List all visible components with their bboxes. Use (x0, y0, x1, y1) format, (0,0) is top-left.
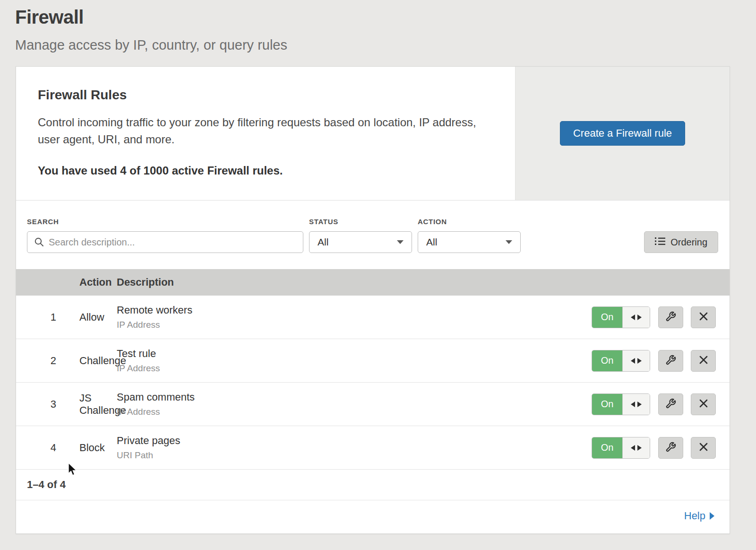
rule-enabled-toggle[interactable]: On (592, 350, 650, 372)
rule-priority: 1 (16, 311, 56, 323)
help-link[interactable]: Help (684, 510, 714, 522)
close-icon (699, 356, 708, 366)
chevron-right-icon (710, 512, 714, 520)
rule-match-type: IP Address (117, 407, 592, 417)
rule-action: Challenge (56, 355, 117, 367)
close-icon (699, 443, 708, 453)
status-selected-value: All (318, 236, 328, 248)
rule-description-cell: Remote workers IP Address (117, 304, 592, 330)
table-row: 3 JS Challenge Spam comments IP Address … (16, 383, 730, 426)
delete-rule-button[interactable] (691, 393, 716, 415)
edit-rule-button[interactable] (658, 350, 683, 372)
card-top-section: Firewall Rules Control incoming traffic … (16, 67, 730, 201)
help-row: Help (16, 500, 730, 533)
wrench-icon (665, 355, 676, 367)
rule-match-type: URI Path (117, 450, 592, 461)
search-box (27, 231, 303, 253)
toggle-on-label: On (592, 394, 622, 415)
create-firewall-rule-button[interactable]: Create a Firewall rule (560, 121, 685, 146)
wrench-icon (665, 311, 676, 323)
rule-description: Spam comments (117, 391, 592, 403)
chevron-down-icon (506, 240, 512, 244)
rule-action: Allow (56, 311, 117, 323)
left-right-arrows-icon (622, 437, 650, 458)
page-title: Firewall (15, 7, 756, 28)
status-label: STATUS (309, 218, 412, 226)
rule-priority: 4 (16, 442, 56, 454)
rule-priority: 2 (16, 355, 56, 367)
status-filter-group: STATUS All (309, 218, 412, 253)
rule-match-type: IP Address (117, 320, 592, 330)
page-subtitle: Manage access by IP, country, or query r… (15, 37, 756, 53)
rule-enabled-toggle[interactable]: On (592, 306, 650, 328)
rule-description: Remote workers (117, 304, 592, 316)
delete-rule-button[interactable] (691, 437, 716, 459)
table-row: 1 Allow Remote workers IP Address On (16, 296, 730, 339)
description-column-header: Description (117, 276, 730, 288)
ordering-button-label: Ordering (670, 237, 707, 248)
pagination-summary: 1–4 of 4 (16, 470, 730, 500)
wrench-icon (665, 398, 676, 410)
rule-action: JS Challenge (56, 392, 117, 417)
rule-match-type: IP Address (117, 363, 592, 374)
close-icon (699, 312, 708, 322)
action-label: ACTION (418, 218, 521, 226)
rules-usage-text: You have used 4 of 1000 active Firewall … (38, 164, 482, 177)
table-header: Action Description (16, 269, 730, 296)
action-selected-value: All (426, 236, 437, 248)
edit-rule-button[interactable] (658, 437, 683, 459)
action-filter-group: ACTION All (418, 218, 521, 253)
edit-rule-button[interactable] (658, 306, 683, 328)
rule-enabled-toggle[interactable]: On (592, 393, 650, 415)
rule-controls: On (592, 350, 716, 372)
ordering-button[interactable]: Ordering (644, 231, 718, 253)
rule-description: Private pages (117, 435, 592, 447)
delete-rule-button[interactable] (691, 350, 716, 372)
firewall-rules-card: Firewall Rules Control incoming traffic … (16, 66, 730, 534)
rule-controls: On (592, 306, 716, 328)
chevron-down-icon (397, 240, 404, 244)
rule-controls: On (592, 437, 716, 459)
create-rule-area: Create a Firewall rule (515, 67, 730, 200)
toggle-on-label: On (592, 437, 622, 458)
search-filter-group: SEARCH (27, 218, 303, 253)
rule-priority: 3 (16, 398, 56, 410)
help-link-label: Help (684, 510, 705, 522)
filters-bar: SEARCH STATUS All ACTION All (16, 201, 730, 269)
action-select[interactable]: All (418, 231, 521, 253)
wrench-icon (665, 442, 676, 454)
left-right-arrows-icon (622, 307, 650, 328)
edit-rule-button[interactable] (658, 393, 683, 415)
rule-action: Block (56, 442, 117, 454)
toggle-on-label: On (592, 307, 622, 328)
toggle-on-label: On (592, 350, 622, 371)
panel-title: Firewall Rules (38, 87, 482, 103)
rule-enabled-toggle[interactable]: On (592, 437, 650, 459)
left-right-arrows-icon (622, 350, 650, 371)
rule-description: Test rule (117, 348, 592, 360)
panel-description: Control incoming traffic to your zone by… (38, 114, 482, 148)
rules-intro: Firewall Rules Control incoming traffic … (16, 67, 515, 200)
rule-description-cell: Private pages URI Path (117, 435, 592, 461)
rule-description-cell: Spam comments IP Address (117, 391, 592, 417)
search-icon (34, 237, 44, 247)
ordered-list-icon (655, 237, 665, 248)
search-label: SEARCH (27, 218, 303, 226)
rule-controls: On (592, 393, 716, 415)
rule-description-cell: Test rule IP Address (117, 348, 592, 374)
table-row: 4 Block Private pages URI Path On (16, 426, 730, 470)
status-select[interactable]: All (309, 231, 412, 253)
search-input[interactable] (44, 237, 303, 248)
table-row: 2 Challenge Test rule IP Address On (16, 339, 730, 383)
page-header: Firewall Manage access by IP, country, o… (0, 0, 756, 53)
left-right-arrows-icon (622, 394, 650, 415)
delete-rule-button[interactable] (691, 306, 716, 328)
action-column-header: Action (56, 276, 117, 288)
close-icon (699, 399, 708, 409)
